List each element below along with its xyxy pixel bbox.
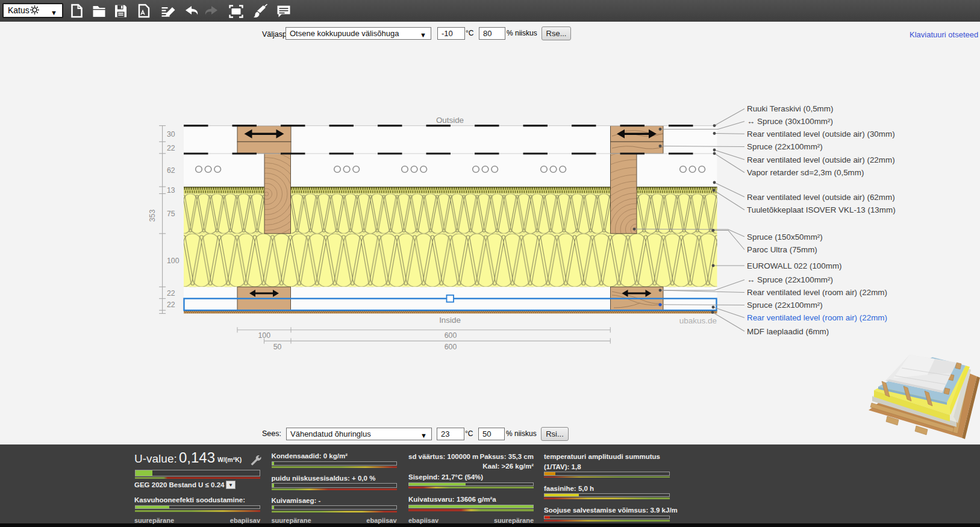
svg-text:600: 600 <box>445 343 457 351</box>
svg-text:22: 22 <box>167 144 175 152</box>
svg-text:Vapor retarder sd=2,3m (0,5mm): Vapor retarder sd=2,3m (0,5mm) <box>747 168 864 177</box>
svg-text:22: 22 <box>167 301 175 309</box>
svg-text:22: 22 <box>167 289 175 298</box>
svg-text:Rear ventilated level (outside: Rear ventilated level (outside air) (62m… <box>747 193 895 202</box>
svg-text:↔ Spruce (22x100mm²): ↔ Spruce (22x100mm²) <box>747 275 833 284</box>
svg-text:62: 62 <box>167 166 175 175</box>
svg-text:75: 75 <box>167 210 175 218</box>
svg-text:Rear ventilated level (room ai: Rear ventilated level (room air) (22mm) <box>747 313 887 322</box>
svg-text:Outside: Outside <box>436 116 464 125</box>
svg-text:13: 13 <box>167 186 175 195</box>
svg-text:↔ Spruce (30x100mm²): ↔ Spruce (30x100mm²) <box>747 117 833 126</box>
svg-text:MDF laeplaadid (6mm): MDF laeplaadid (6mm) <box>747 327 829 336</box>
svg-text:Spruce (22x100mm²): Spruce (22x100mm²) <box>747 142 823 151</box>
svg-text:50: 50 <box>273 343 282 351</box>
svg-text:Inside: Inside <box>439 316 461 325</box>
svg-text:Rear ventilated level (outside: Rear ventilated level (outside air) (30m… <box>747 129 895 139</box>
svg-text:Rear ventilated level (outside: Rear ventilated level (outside air) (22m… <box>747 155 895 164</box>
svg-text:Spruce (150x50mm²): Spruce (150x50mm²) <box>747 232 823 242</box>
svg-text:353: 353 <box>148 210 157 222</box>
svg-text:Rear ventilated level (room ai: Rear ventilated level (room air) (22mm) <box>747 288 887 297</box>
svg-text:30: 30 <box>167 130 175 139</box>
svg-text:EUROWALL 022 (100mm): EUROWALL 022 (100mm) <box>747 261 842 270</box>
svg-text:600: 600 <box>445 331 457 340</box>
svg-text:Paroc Ultra (75mm): Paroc Ultra (75mm) <box>747 245 817 254</box>
svg-text:Ruuki Teraskivi (0,5mm): Ruuki Teraskivi (0,5mm) <box>747 104 833 113</box>
svg-text:Spruce (22x100mm²): Spruce (22x100mm²) <box>747 301 823 310</box>
svg-text:100: 100 <box>167 257 179 265</box>
svg-text:100: 100 <box>258 331 271 340</box>
svg-text:Tuuletõkkeplaat ISOVER VKL-13: Tuuletõkkeplaat ISOVER VKL-13 (13mm) <box>747 205 896 214</box>
svg-text:ubakus.de: ubakus.de <box>679 316 717 325</box>
